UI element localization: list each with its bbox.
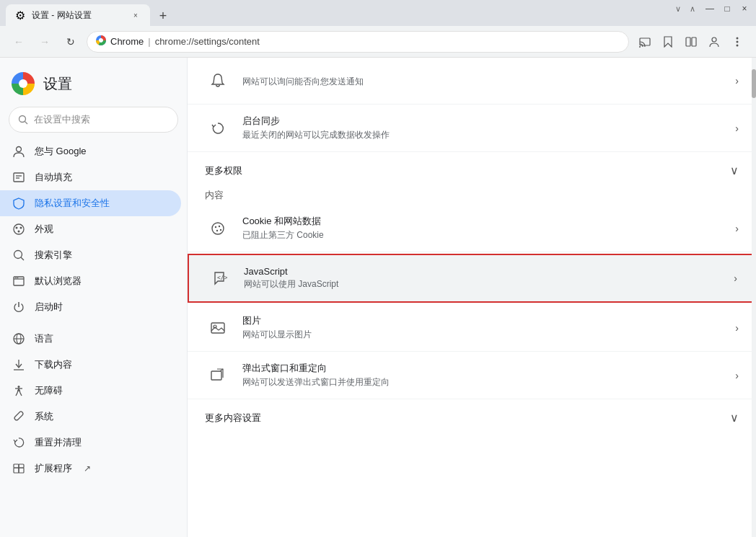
popup-icon xyxy=(205,363,231,389)
sidebar-item-google[interactable]: 您与 Google xyxy=(0,138,181,164)
svg-line-23 xyxy=(21,257,24,260)
more-menu-icon xyxy=(731,36,743,48)
navbar: ← → ↻ Chrome | chrome://settings/content xyxy=(0,26,756,58)
javascript-icon: </> xyxy=(206,265,232,291)
sidebar-item-privacy-label: 隐私设置和安全性 xyxy=(35,197,110,210)
more-content-toggle-icon[interactable]: ∨ xyxy=(730,411,739,425)
notification-setting-row[interactable]: 网站可以询问能否向您发送通知 › xyxy=(188,58,756,105)
more-permissions-section[interactable]: 更多权限 ∨ xyxy=(188,152,756,183)
content-area: 网站可以询问能否向您发送通知 › 启台同步 最近关闭的网站可以完成数据收发操作 … xyxy=(188,58,756,537)
profile-button[interactable] xyxy=(704,32,724,52)
notification-content: 网站可以询问能否向您发送通知 xyxy=(242,74,729,88)
svg-rect-45 xyxy=(211,323,224,333)
svg-rect-37 xyxy=(14,464,19,468)
accessibility-icon xyxy=(12,383,26,398)
sidebar-item-accessibility[interactable]: 无障碍 xyxy=(0,378,181,404)
more-permissions-toggle-icon[interactable]: ∨ xyxy=(730,164,739,177)
shield-icon xyxy=(12,196,26,210)
forward-button[interactable]: → xyxy=(35,32,55,52)
bookmark-button[interactable] xyxy=(658,32,678,52)
image-setting-row[interactable]: 图片 网站可以显示图片 › xyxy=(188,304,756,352)
sidebar-search-box[interactable]: 在设置中搜索 xyxy=(9,107,178,133)
popup-setting-row[interactable]: 弹出式窗口和重定向 网站可以发送弹出式窗口并使用重定向 › xyxy=(188,352,756,399)
cookie-setting-row[interactable]: Cookie 和网站数据 已阻止第三方 Cookie › xyxy=(188,205,756,252)
address-url-text: chrome://settings/content xyxy=(155,36,260,47)
refresh-button[interactable]: ↻ xyxy=(61,32,81,52)
active-tab[interactable]: ⚙ 设置 - 网站设置 × xyxy=(6,4,150,26)
sidebar-item-browser[interactable]: 默认浏览器 xyxy=(0,268,181,294)
svg-rect-7 xyxy=(692,37,696,46)
split-screen-icon xyxy=(685,36,697,48)
person-icon xyxy=(12,144,26,159)
close-window-button[interactable]: × xyxy=(739,3,750,14)
sidebar-item-accessibility-label: 无障碍 xyxy=(35,384,63,397)
nav-actions xyxy=(635,32,747,52)
address-bar[interactable]: Chrome | chrome://settings/content xyxy=(87,31,629,53)
sidebar-item-downloads-label: 下载内容 xyxy=(35,358,72,371)
popup-title: 弹出式窗口和重定向 xyxy=(242,362,729,375)
chevron-up-icon[interactable]: ∧ xyxy=(690,4,695,14)
sidebar-item-downloads[interactable]: 下载内容 xyxy=(0,352,181,378)
maximize-button[interactable]: □ xyxy=(721,3,733,14)
language-icon xyxy=(12,332,26,346)
sidebar-item-system[interactable]: 系统 xyxy=(0,404,181,430)
image-title: 图片 xyxy=(242,314,729,327)
cookie-title: Cookie 和网站数据 xyxy=(242,215,729,228)
more-content-section[interactable]: 更多内容设置 ∨ xyxy=(188,399,756,430)
split-screen-button[interactable] xyxy=(681,32,701,52)
image-content: 图片 网站可以显示图片 xyxy=(242,314,729,341)
chrome-logo-icon xyxy=(12,72,35,95)
cookie-icon xyxy=(205,216,231,241)
content-section-text: 内容 xyxy=(205,190,224,200)
svg-point-10 xyxy=(737,40,739,43)
reset-icon xyxy=(12,435,26,450)
sidebar-item-search[interactable]: 搜索引擎 xyxy=(0,242,181,268)
javascript-setting-row[interactable]: </> JavaScript 网站可以使用 JavaScript › xyxy=(188,254,756,303)
back-button[interactable]: ← xyxy=(9,32,29,52)
content-inner: 网站可以询问能否向您发送通知 › 启台同步 最近关闭的网站可以完成数据收发操作 … xyxy=(188,58,756,445)
address-chrome-icon xyxy=(96,35,106,48)
tab-close-button[interactable]: × xyxy=(130,9,141,21)
sidebar-item-search-label: 搜索引擎 xyxy=(35,249,72,262)
notification-subtitle: 网站可以询问能否向您发送通知 xyxy=(242,76,729,88)
more-permissions-label: 更多权限 xyxy=(205,164,242,177)
tab-area: ⚙ 设置 - 网站设置 × + xyxy=(6,0,750,26)
sidebar-item-autofill[interactable]: 自动填充 xyxy=(0,164,181,190)
popup-subtitle: 网站可以发送弹出式窗口并使用重定向 xyxy=(242,376,729,389)
svg-point-19 xyxy=(16,227,18,229)
javascript-arrow-icon: › xyxy=(734,272,737,284)
chevron-down-icon[interactable]: ∨ xyxy=(675,4,681,14)
minimize-button[interactable]: — xyxy=(704,3,716,14)
sidebar-item-language[interactable]: 语言 xyxy=(0,326,181,352)
sidebar-item-reset[interactable]: 重置并清理 xyxy=(0,430,181,456)
sidebar: 设置 在设置中搜索 您与 Google 自动填充 隐 xyxy=(0,58,188,537)
menu-button[interactable] xyxy=(727,32,747,52)
cast-button[interactable] xyxy=(635,32,655,52)
javascript-subtitle: 网站可以使用 JavaScript xyxy=(244,278,728,290)
svg-point-43 xyxy=(220,228,221,230)
titlebar: ⚙ 设置 - 网站设置 × + ∨ ∧ — □ × xyxy=(0,0,756,26)
sidebar-item-appearance[interactable]: 外观 xyxy=(0,216,181,242)
cookie-subtitle: 已阻止第三方 Cookie xyxy=(242,229,729,241)
svg-point-27 xyxy=(17,278,19,279)
sidebar-item-startup[interactable]: 启动时 xyxy=(0,294,181,320)
window-controls: ∨ ∧ — □ × xyxy=(675,3,750,14)
content-scrollbar-thumb[interactable] xyxy=(752,69,756,98)
svg-rect-38 xyxy=(19,464,24,468)
sidebar-item-privacy[interactable]: 隐私设置和安全性 xyxy=(0,190,181,216)
image-subtitle: 网站可以显示图片 xyxy=(242,329,729,341)
sync-setting-row[interactable]: 启台同步 最近关闭的网站可以完成数据收发操作 › xyxy=(188,105,756,152)
svg-point-41 xyxy=(219,225,220,226)
download-icon xyxy=(12,358,26,372)
svg-point-26 xyxy=(15,278,17,279)
sidebar-item-extensions[interactable]: 扩展程序 ↗ xyxy=(0,456,181,481)
svg-point-12 xyxy=(19,116,26,123)
svg-point-9 xyxy=(737,37,739,39)
svg-point-40 xyxy=(215,226,216,227)
sidebar-item-extensions-label: 扩展程序 xyxy=(35,462,72,475)
content-scrollbar[interactable] xyxy=(752,58,756,537)
image-arrow-icon: › xyxy=(735,322,739,334)
new-tab-button[interactable]: + xyxy=(153,6,173,26)
popup-arrow-icon: › xyxy=(735,370,739,381)
sidebar-item-reset-label: 重置并清理 xyxy=(35,436,82,449)
